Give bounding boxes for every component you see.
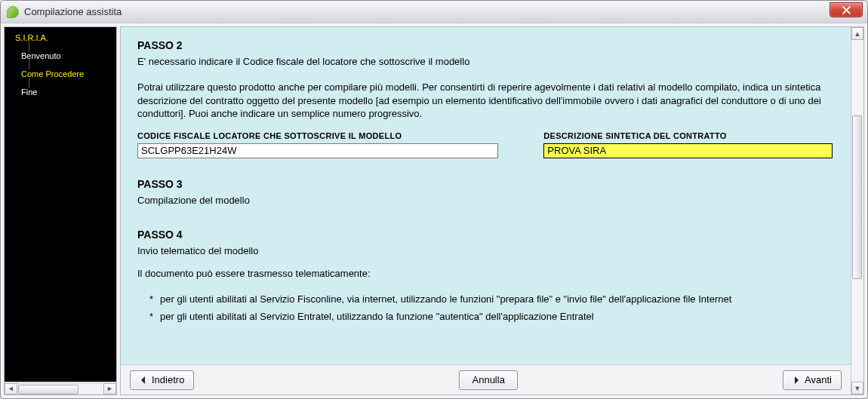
- step2-paragraph: Potrai utilizzare questo prodotto anche …: [137, 81, 833, 121]
- step2-heading: PASSO 2: [137, 39, 833, 51]
- step3-line: Compilazione del modello: [137, 195, 833, 206]
- step3-heading: PASSO 3: [137, 178, 833, 190]
- window-title: Compilazione assistita: [24, 6, 122, 17]
- vscroll-track[interactable]: [851, 40, 863, 382]
- app-window: Compilazione assistita S.I.R.I.A. │ Benv…: [0, 0, 868, 399]
- client-area: S.I.R.I.A. │ Benvenuto │ Come Procedere …: [1, 23, 867, 398]
- field-col-descrizione: DESCRIZIONE SINTETICA DEL CONTRATTO: [543, 131, 833, 158]
- cancel-button[interactable]: Annulla: [459, 370, 518, 390]
- sidebar: S.I.R.I.A. │ Benvenuto │ Come Procedere …: [4, 26, 117, 395]
- main-panel: PASSO 2 E' necessario indicare il Codice…: [120, 26, 864, 395]
- content-vscrollbar[interactable]: ▲ ▼: [851, 27, 863, 394]
- step4-bullet-1: per gli utenti abilitati al Servizio Fis…: [149, 290, 833, 308]
- footer-bar: Indietro Annulla Avanti: [121, 364, 851, 394]
- label-descrizione: DESCRIZIONE SINTETICA DEL CONTRATTO: [543, 131, 833, 140]
- form-row: CODICE FISCALE LOCATORE CHE SOTTOSCRIVE …: [137, 131, 833, 158]
- back-button[interactable]: Indietro: [130, 370, 194, 390]
- step4-bullets: per gli utenti abilitati al Servizio Fis…: [137, 290, 833, 325]
- step4-heading: PASSO 4: [137, 229, 833, 241]
- back-label: Indietro: [152, 374, 184, 385]
- nav-tree: S.I.R.I.A. │ Benvenuto │ Come Procedere …: [5, 27, 116, 382]
- step4-bullet-2: per gli utenti abilitati al Servizio Ent…: [149, 308, 833, 325]
- field-col-cf: CODICE FISCALE LOCATORE CHE SOTTOSCRIVE …: [137, 131, 498, 158]
- titlebar: Compilazione assistita: [1, 1, 867, 23]
- vscroll-thumb[interactable]: [852, 115, 862, 279]
- nav-item-fine[interactable]: Fine: [9, 86, 112, 98]
- nav-item-siria[interactable]: S.I.R.I.A.: [9, 32, 112, 44]
- cancel-label: Annulla: [472, 374, 505, 385]
- scroll-left-icon[interactable]: ◄: [5, 383, 17, 394]
- close-icon: [842, 6, 851, 14]
- arrow-right-icon: [793, 376, 800, 384]
- next-label: Avanti: [805, 374, 832, 385]
- scroll-down-icon[interactable]: ▼: [851, 382, 863, 394]
- step4-line: Invio telematico del modello: [137, 245, 833, 256]
- scroll-up-icon[interactable]: ▲: [851, 27, 863, 40]
- hscroll-thumb[interactable]: [18, 385, 78, 394]
- close-button[interactable]: [830, 2, 863, 17]
- step2-intro: E' necessario indicare il Codice fiscale…: [137, 56, 833, 67]
- app-icon: [7, 6, 19, 18]
- wizard-content: PASSO 2 E' necessario indicare il Codice…: [121, 27, 851, 342]
- input-codice-fiscale[interactable]: [137, 143, 498, 158]
- content-scroll: PASSO 2 E' necessario indicare il Codice…: [121, 27, 851, 364]
- hscroll-track[interactable]: [17, 383, 103, 394]
- sidebar-hscrollbar[interactable]: ◄ ►: [5, 382, 116, 394]
- next-button[interactable]: Avanti: [783, 370, 842, 390]
- arrow-left-icon: [140, 376, 147, 384]
- scroll-right-icon[interactable]: ►: [103, 383, 116, 394]
- input-descrizione[interactable]: [543, 143, 833, 158]
- nav-item-benvenuto[interactable]: Benvenuto: [9, 50, 112, 62]
- step4-paragraph: Il documento può essere trasmesso telema…: [137, 267, 833, 281]
- label-codice-fiscale: CODICE FISCALE LOCATORE CHE SOTTOSCRIVE …: [137, 131, 498, 140]
- nav-item-come-procedere[interactable]: Come Procedere: [9, 68, 112, 80]
